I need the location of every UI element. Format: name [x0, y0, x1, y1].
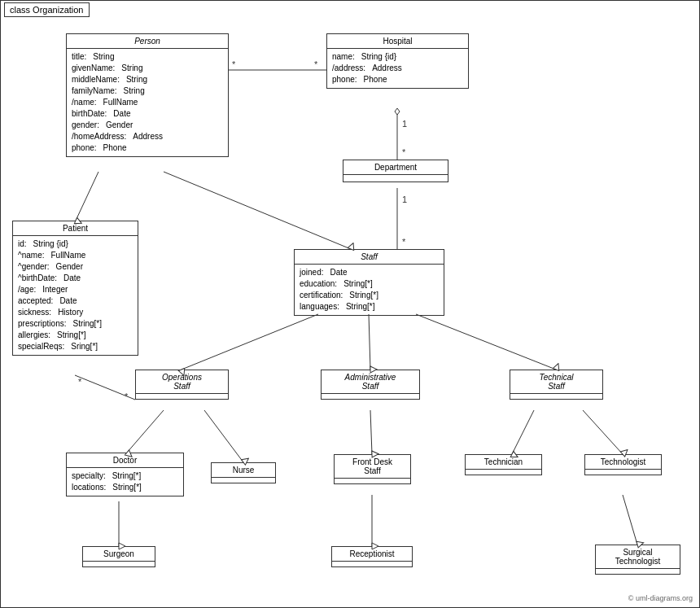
- front-desk-staff-class: Front DeskStaff: [334, 454, 411, 484]
- svg-line-19: [370, 410, 372, 454]
- patient-body: id:String {id} ^name:FullName ^gender:Ge…: [13, 236, 138, 355]
- technologist-header: Technologist: [585, 455, 661, 470]
- administrative-staff-class: AdministrativeStaff: [321, 370, 420, 400]
- surgeon-class: Surgeon: [82, 546, 155, 567]
- operations-staff-class: OperationsStaff: [135, 370, 229, 400]
- front-desk-staff-header: Front DeskStaff: [335, 455, 410, 479]
- staff-body: joined:Date education:String[*] certific…: [295, 265, 444, 315]
- technical-staff-class: TechnicalStaff: [510, 370, 603, 400]
- hospital-body: name:String {id} /address:Address phone:…: [327, 49, 468, 88]
- technician-header: Technician: [466, 455, 541, 470]
- receptionist-class: Receptionist: [331, 546, 413, 567]
- copyright-text: © uml-diagrams.org: [628, 594, 693, 602]
- staff-header: Staff: [295, 250, 444, 265]
- department-body: [343, 175, 448, 182]
- receptionist-header: Receptionist: [332, 547, 412, 562]
- hospital-class: Hospital name:String {id} /address:Addre…: [326, 33, 469, 89]
- department-class: Department: [343, 160, 448, 182]
- administrative-staff-header: AdministrativeStaff: [322, 370, 419, 394]
- svg-text:1: 1: [402, 119, 407, 129]
- svg-text:*: *: [402, 147, 406, 157]
- person-body: title:String givenName:String middleName…: [67, 49, 228, 156]
- svg-line-18: [204, 410, 243, 462]
- operations-staff-header: OperationsStaff: [136, 370, 228, 394]
- svg-text:*: *: [314, 59, 318, 69]
- hospital-header: Hospital: [327, 34, 468, 49]
- surgeon-header: Surgeon: [83, 547, 155, 562]
- department-header: Department: [343, 160, 448, 175]
- svg-line-14: [182, 314, 318, 370]
- person-header: Person: [67, 34, 228, 49]
- technologist-class: Technologist: [584, 454, 662, 475]
- patient-class: Patient id:String {id} ^name:FullName ^g…: [12, 221, 138, 356]
- svg-line-10: [164, 172, 351, 249]
- svg-line-17: [127, 410, 164, 453]
- diagram-title: class Organization: [4, 2, 90, 17]
- technician-class: Technician: [465, 454, 542, 475]
- patient-header: Patient: [13, 221, 138, 236]
- nurse-class: Nurse: [211, 462, 276, 483]
- nurse-header: Nurse: [212, 463, 275, 478]
- svg-line-21: [583, 410, 623, 454]
- svg-line-15: [369, 314, 370, 370]
- svg-line-24: [623, 495, 637, 545]
- diagram-container: class Organization Person title:String g…: [0, 0, 700, 608]
- doctor-class: Doctor specialty:String[*] locations:Str…: [66, 453, 184, 496]
- svg-text:*: *: [78, 377, 82, 387]
- svg-text:1: 1: [402, 195, 407, 204]
- svg-text:*: *: [232, 59, 236, 69]
- svg-line-20: [512, 410, 534, 454]
- svg-line-16: [416, 314, 556, 370]
- surgical-technologist-header: SurgicalTechnologist: [596, 545, 680, 569]
- staff-class: Staff joined:Date education:String[*] ce…: [294, 249, 444, 316]
- surgical-technologist-class: SurgicalTechnologist: [595, 545, 680, 575]
- person-class: Person title:String givenName:String mid…: [66, 33, 229, 157]
- doctor-header: Doctor: [67, 453, 183, 468]
- svg-line-9: [76, 172, 98, 221]
- svg-text:*: *: [125, 391, 129, 401]
- svg-line-11: [75, 375, 135, 400]
- technical-staff-header: TechnicalStaff: [510, 370, 602, 394]
- svg-text:*: *: [402, 237, 406, 247]
